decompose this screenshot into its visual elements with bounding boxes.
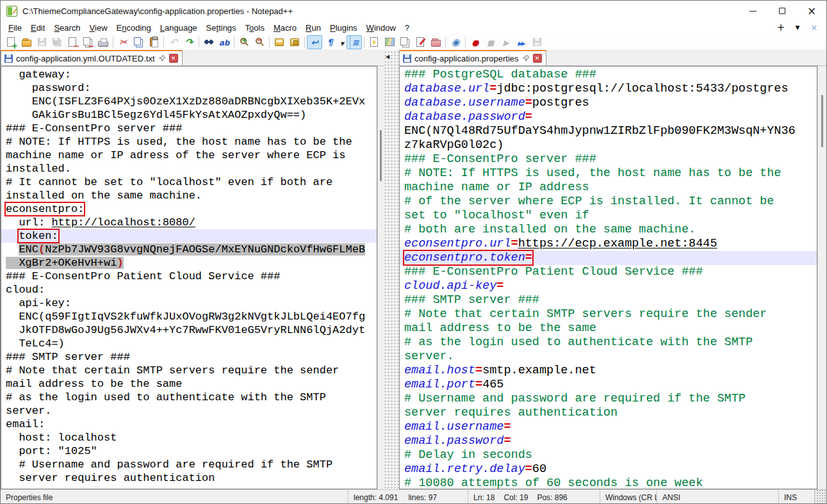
pin-tab-icon[interactable] [158,54,166,62]
cut-icon [119,36,127,48]
code-segment: 60 [532,462,546,476]
menu-edit[interactable]: Edit [26,22,49,33]
pane-splitter[interactable]: ◀ [384,51,399,489]
menu-file[interactable]: File [4,22,26,33]
sync-scroll-vertical-icon [275,38,284,46]
menu-bar: FileEditSearchViewEncodingLanguageSettin… [1,21,826,34]
folder-as-workspace-button[interactable] [428,35,443,49]
code-segment: # Delay in seconds [404,448,532,462]
right-scrollbar-thumb[interactable] [821,95,823,147]
code-segment: ### E-ConsentPro server ### [6,122,182,134]
menu-settings[interactable]: Settings [202,22,241,33]
close-tab-icon[interactable]: ✕ [169,54,178,63]
macro-record-button[interactable] [468,35,483,49]
editor-split-view: config-application.yml.OUTDATED.txt ✕ ga… [1,51,826,489]
resize-grip[interactable] [815,490,826,504]
cut-button[interactable] [115,35,131,49]
right-scrollbar[interactable] [817,66,826,489]
open-file-button[interactable] [19,35,34,49]
close-file-button[interactable] [65,35,80,49]
code-line: JkOTFD8wGoJ9Ug56JWXv4++Yc7RwwFKV01eG5Vry… [6,323,377,337]
open-file-icon [22,40,31,47]
document-list-button[interactable] [397,35,413,49]
function-list-button[interactable] [366,35,382,49]
close-button[interactable]: × [797,1,826,21]
left-editor[interactable]: gateway: password: ENC(ISFLZ3F64PXjs0Oze… [1,66,377,489]
code-segment: api-key: [6,297,71,309]
code-segment: # Note that certain SMTP servers require… [404,307,767,321]
menu-search[interactable]: Search [49,22,85,33]
replace-button[interactable] [217,35,232,49]
print-button[interactable] [95,35,111,49]
show-all-characters-dropdown-button[interactable] [338,35,347,49]
window-controls: × [738,1,826,21]
tab-config-application-properties[interactable]: config-application.properties ✕ [399,50,546,65]
code-segment: email.retry.delay [404,462,525,476]
toolbar-separator [269,37,270,48]
menu-run[interactable]: Run [301,22,325,33]
maximize-button[interactable] [767,1,797,21]
menu-plugins[interactable]: Plugins [325,22,362,33]
code-line: installed on the same machine. [6,189,377,202]
status-typing-mode[interactable]: INS [779,490,815,504]
show-all-characters-button[interactable] [322,35,338,49]
redo-button[interactable] [181,35,197,49]
sync-scroll-vertical-button[interactable] [272,35,287,49]
code-segment: http://localhost:8080/ [51,216,195,229]
code-line-current: token: [1,229,377,243]
close-file-icon [69,37,76,47]
menu-help[interactable]: ? [400,22,414,33]
toolbar [1,34,826,51]
copy-button[interactable] [131,35,146,49]
monitoring-button[interactable] [448,35,463,49]
paste-button[interactable] [146,35,161,49]
new-file-button[interactable] [3,35,19,49]
left-scrollbar[interactable] [377,66,384,489]
find-button[interactable] [201,35,217,49]
menu-tools[interactable]: Tools [241,22,269,33]
macro-run-multiple-button[interactable] [514,35,529,49]
code-line-current: econsentpro.token= [400,251,817,265]
menu-window[interactable]: Window [362,22,400,33]
code-segment: ENC(ISFLZ3F64PXjs0OzeX1XzDz880aDRBNcgbXI… [6,95,365,108]
minimize-button[interactable] [738,1,767,21]
code-segment: ENC(q59FIgtIqVS2kfuWfkJUxOVogRW3g2kNVgtk… [6,311,365,323]
code-segment: TeLc4=) [6,337,65,350]
notepad-plus-plus-window: C:\ThiemeComplianceGateway\config-applic… [0,0,827,504]
code-segment: # NOTE: If HTTPS is used, the host name … [404,167,781,180]
left-tab-bar: config-application.yml.OUTDATED.txt ✕ [1,51,384,66]
close-all-button[interactable] [80,35,95,49]
zoom-out-button[interactable] [252,35,267,49]
close-tab-button[interactable]: ✕ [806,23,823,33]
code-segment: jdbc:postgresql://localhost:5433/postgre… [496,82,788,95]
tab-list-button[interactable]: ▼ [789,24,806,31]
edit-marker-button[interactable] [413,35,428,49]
code-segment: ENC [19,243,38,256]
toolbar-separator [234,37,234,48]
document-map-button[interactable] [382,35,397,49]
tab-config-application-yml-outdated-txt[interactable]: config-application.yml.OUTDATED.txt ✕ [1,50,183,65]
menu-encoding[interactable]: Encoding [112,22,156,33]
code-segment: = [489,82,496,95]
close-tab-icon[interactable]: ✕ [533,54,542,63]
code-line: port: "1025" [6,444,377,458]
right-editor[interactable]: ### PostgreSQL database ###database.url=… [399,66,817,489]
indent-guide-button[interactable] [347,35,362,49]
new-tab-button[interactable]: + [773,22,789,33]
menu-view[interactable]: View [85,22,112,33]
code-line: # Username and password are required if … [404,392,817,406]
code-line: ### SMTP server ### [6,350,377,364]
sync-scroll-horizontal-button[interactable] [287,35,302,49]
word-wrap-button[interactable] [307,35,322,49]
pin-tab-icon[interactable] [522,54,530,62]
code-segment: machine name or IP address [404,181,589,194]
status-cursor-position: Ln: 18 Col: 19 Pos: 896 [468,490,600,504]
save-file-icon [38,38,46,46]
tab-overflow-left-icon[interactable]: ◀ [386,54,389,60]
menu-language[interactable]: Language [156,22,202,33]
left-scrollbar-thumb[interactable] [380,130,382,181]
menu-macro[interactable]: Macro [269,22,301,33]
zoom-in-button[interactable] [236,35,252,49]
status-eol-format[interactable]: Windows (CR LF) [600,490,657,504]
status-encoding[interactable]: ANSI [657,490,779,504]
